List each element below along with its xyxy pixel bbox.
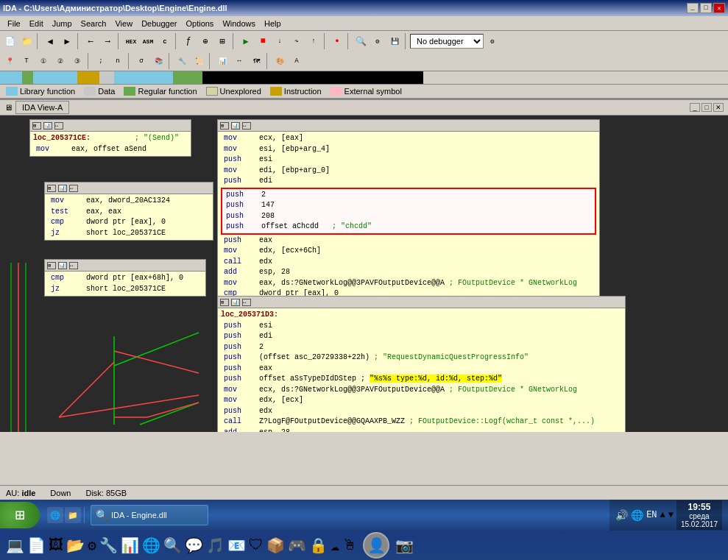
t1-icon[interactable]: T [18,53,35,69]
pinned-icon-15[interactable]: 🎮 [288,536,306,555]
ql-folder-icon[interactable]: 📁 [65,507,81,523]
view-minimize[interactable]: _ [690,103,700,112]
user-avatar[interactable]: 👤 [363,532,389,559]
font-icon[interactable]: A [289,53,305,69]
float-block-1-content: loc_205371CE: ; "(Send)" mov eax, offset… [30,132,191,156]
t4-icon[interactable]: ③ [69,53,85,69]
patch-icon[interactable]: 🔧 [174,53,190,69]
menu-options[interactable]: Options [181,18,218,29]
step-icon[interactable]: ↓ [272,33,288,49]
open-icon[interactable]: 📁 [18,33,35,49]
tray-volume-icon[interactable]: 🔊 [615,509,628,522]
view-close[interactable]: ✕ [713,103,724,112]
script-icon[interactable]: 📜 [191,53,207,69]
debugger-dropdown[interactable]: No debugger [410,34,484,49]
pinned-icon-14[interactable]: 📦 [266,536,285,555]
forward-icon[interactable]: ▶ [59,33,75,49]
search2-icon[interactable]: 🔍 [353,33,369,49]
dbg-settings-icon[interactable]: ⚙ [484,33,501,49]
pinned-icon-7[interactable]: 📊 [121,536,139,555]
save2-icon[interactable]: 💾 [386,33,403,49]
new-icon[interactable]: 📄 [1,33,18,49]
start-button[interactable]: ⊞ [0,502,40,528]
func-icon[interactable]: ƒ [180,33,197,49]
pinned-icon-2[interactable]: 📄 [27,536,46,555]
menu-file[interactable]: File [3,18,25,29]
pinned-icon-10[interactable]: 💬 [185,536,203,555]
pinned-icon-17[interactable]: ☁ [331,536,339,555]
lib-icon[interactable]: 📚 [150,53,166,69]
pinned-icon-16[interactable]: 🔒 [309,536,328,555]
xref-icon[interactable]: ⊕ [197,33,213,49]
asm-icon[interactable]: ASM [140,33,156,49]
float-block-1[interactable]: ⊞ 📊 ↔ loc_205371CE: ; "(Send)" mov eax, … [29,119,191,157]
sep4 [175,33,178,49]
pinned-icon-3[interactable]: 🖼 [49,536,63,554]
comment-icon[interactable]: ; [93,53,109,69]
xrefs-icon[interactable]: ↔ [231,53,247,69]
svg-line-4 [140,403,199,425]
view-maximize[interactable]: □ [702,103,712,112]
pinned-icon-4[interactable]: 📂 [66,536,85,555]
c-icon[interactable]: C [157,33,173,49]
main-code-area[interactable]: ⊞ 📊 ↔ loc_205371CE: ; "(Send)" mov eax, … [0,116,728,432]
stripe-reg [22,71,33,85]
lower-block[interactable]: ⊞ 📊 ↔ loc_205371D3: push esi push edi pu… [217,296,626,432]
pinned-icon-18[interactable]: 🖱 [342,536,357,554]
taskbar-ida-button[interactable]: 🔍 IDA - Engine.dll [91,505,208,525]
stepover-icon[interactable]: ↷ [289,33,305,49]
menu-debugger[interactable]: Debugger [137,18,181,29]
svg-line-8 [59,362,114,417]
stop-icon[interactable]: ■ [255,33,271,49]
tray-network-icon[interactable]: 🌐 [631,509,643,522]
nav2-icon[interactable]: ⟶ [99,33,116,49]
au-direction: Down [50,489,71,497]
float-block-3[interactable]: ⊞ 📊 ↔ cmp dword ptr [eax+68h], 0 jz shor… [44,259,206,297]
menu-help[interactable]: Help [260,18,286,29]
rename-icon[interactable]: n [110,53,126,69]
maximize-button[interactable]: □ [700,3,712,13]
menu-view[interactable]: View [110,18,137,29]
menu-edit[interactable]: Edit [25,18,48,29]
t2-icon[interactable]: ① [35,53,52,69]
menu-search[interactable]: Search [77,18,111,29]
upper-line-call: call edx [221,257,596,268]
clock-display[interactable]: 19:55 среда 15.02.2017 [676,500,722,530]
stepout-icon[interactable]: ↑ [305,33,322,49]
pinned-icon-6[interactable]: 🔧 [99,536,118,555]
sig-icon[interactable]: σ [133,53,149,69]
view-tab-ida[interactable]: IDA View-A [15,101,69,114]
color-icon[interactable]: 🎨 [272,53,288,69]
float-block-2[interactable]: ⊞ 📊 ↔ mov eax, dword_20AC1324 test eax, … [44,182,213,241]
hex-icon[interactable]: HEX [123,33,139,49]
lower-push-2: push 2 [221,342,622,353]
sep6 [324,33,327,49]
pinned-icon-13[interactable]: 🛡 [249,536,264,554]
close-button[interactable]: ✕ [713,3,725,13]
stripe-data [99,71,114,85]
menu-windows[interactable]: Windows [218,18,260,29]
bp-icon[interactable]: ● [329,33,345,49]
lower-icon-c: ↔ [242,299,251,306]
pinned-icon-5[interactable]: ⚙ [88,536,96,555]
pinned-icon-8[interactable]: 🌐 [142,536,160,555]
load-icon[interactable]: ⚙ [370,33,386,49]
pinned-icon-11[interactable]: 🎵 [206,536,225,555]
ql-ie-icon[interactable]: 🌐 [47,507,63,523]
map-icon[interactable]: 🗺 [248,53,264,69]
pinned-extra-icon[interactable]: 📷 [395,536,414,555]
addr-icon[interactable]: 📍 [1,53,18,69]
pinned-icon-1[interactable]: 💻 [6,536,24,555]
menu-jump[interactable]: Jump [48,18,77,29]
graph-icon[interactable]: 📊 [214,53,230,69]
main-upper-block[interactable]: ⊞ 📊 ↔ mov ecx, [eax] mov esi, [ebp+arg_4… [217,119,600,312]
struct-icon[interactable]: ⊞ [214,33,230,49]
run-icon[interactable]: ▶ [238,33,254,49]
back-icon[interactable]: ◀ [42,33,58,49]
lower-push-format: push offset aSsTypeDIdDStep ; "%s%s type… [221,374,622,385]
t3-icon[interactable]: ② [52,53,68,69]
nav1-icon[interactable]: ⟵ [82,33,99,49]
pinned-icon-12[interactable]: 📧 [227,536,246,555]
pinned-icon-9[interactable]: 🔍 [163,536,182,555]
minimize-button[interactable]: _ [687,3,699,13]
